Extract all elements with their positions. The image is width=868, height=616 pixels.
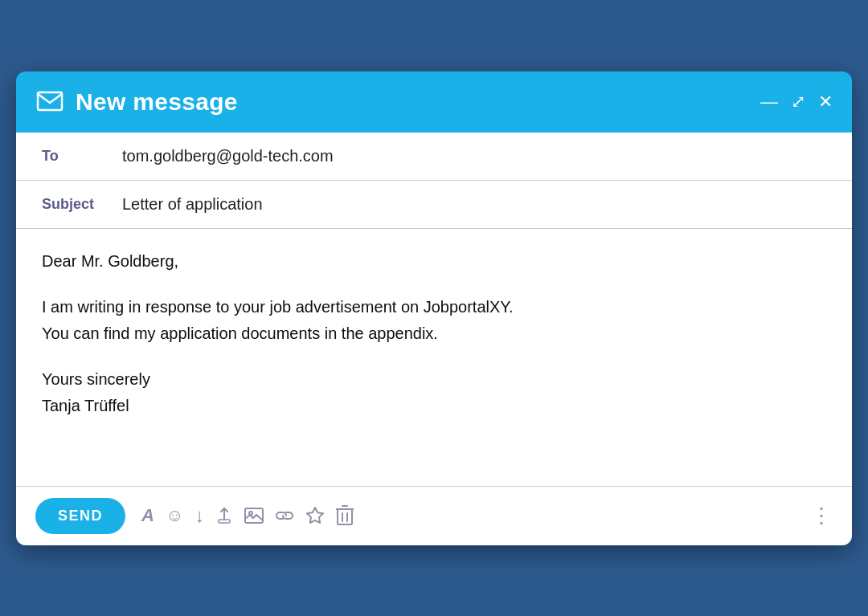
compose-dialog: New message — ⤢ ✕ To tom.goldberg@gold-t…	[16, 71, 852, 545]
star-icon[interactable]	[305, 506, 325, 525]
svg-rect-8	[338, 509, 352, 524]
svg-rect-4	[219, 520, 230, 523]
dialog-body: To tom.goldberg@gold-tech.com Subject Le…	[16, 133, 852, 545]
download-icon[interactable]: ↓	[194, 504, 204, 527]
mail-icon	[35, 86, 64, 118]
body-text: I am writing in response to your job adv…	[42, 294, 826, 347]
to-label: To	[42, 148, 122, 165]
send-button[interactable]: SEND	[35, 498, 125, 534]
image-icon[interactable]	[244, 508, 264, 524]
minimize-button[interactable]: —	[760, 93, 778, 111]
dialog-title: New message	[76, 88, 238, 116]
title-bar-left: New message	[35, 86, 749, 118]
closing-text: Yours sincerely Tanja Trüffel	[42, 366, 826, 419]
greeting: Dear Mr. Goldberg,	[42, 248, 826, 275]
subject-label: Subject	[42, 196, 122, 213]
link-icon[interactable]	[275, 509, 294, 522]
attachment-icon[interactable]	[215, 507, 233, 524]
maximize-button[interactable]: ⤢	[791, 93, 805, 111]
more-options-button[interactable]: ⋮	[811, 504, 833, 528]
to-field-row: To tom.goldberg@gold-tech.com	[16, 133, 852, 181]
delete-icon[interactable]	[336, 505, 354, 526]
emoji-icon[interactable]: ☺	[166, 505, 183, 526]
toolbar-icons: A ☺ ↓	[141, 504, 801, 527]
close-button[interactable]: ✕	[818, 93, 833, 111]
to-value[interactable]: tom.goldberg@gold-tech.com	[122, 147, 826, 165]
format-text-icon[interactable]: A	[141, 505, 154, 526]
subject-field-row: Subject Letter of application	[16, 181, 852, 229]
message-area[interactable]: Dear Mr. Goldberg, I am writing in respo…	[16, 229, 852, 486]
title-bar: New message — ⤢ ✕	[16, 71, 852, 133]
subject-value[interactable]: Letter of application	[122, 195, 826, 214]
svg-marker-7	[307, 508, 323, 523]
svg-rect-0	[38, 92, 62, 110]
window-controls: — ⤢ ✕	[760, 93, 833, 111]
compose-toolbar: SEND A ☺ ↓	[16, 486, 852, 545]
